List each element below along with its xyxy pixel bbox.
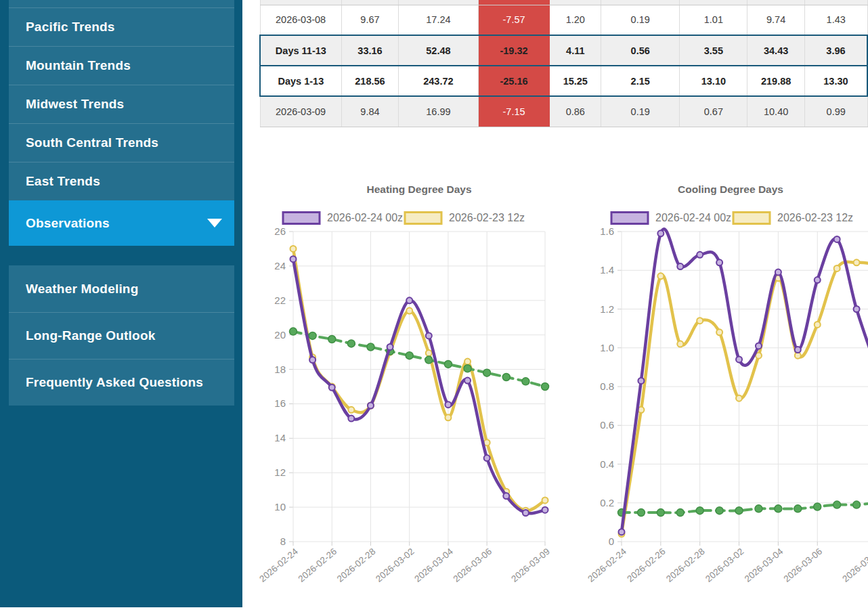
x-axis-tick-label: 2026-03-04 xyxy=(743,546,785,584)
data-point-marker xyxy=(483,369,491,376)
value-cell: 13.10 xyxy=(680,66,747,96)
x-axis-tick-label: 2026-02-28 xyxy=(664,546,707,584)
data-point-marker xyxy=(387,344,393,350)
row-label-cell: Days 11-13 xyxy=(260,35,341,66)
value-cell: 13.30 xyxy=(804,66,867,96)
sidebar-item-label: South Central Trends xyxy=(26,135,158,150)
y-axis-tick-label: 12 xyxy=(274,466,286,478)
data-point-marker xyxy=(815,277,821,283)
data-point-marker xyxy=(755,505,762,513)
data-point-marker xyxy=(368,402,374,408)
table-row xyxy=(260,0,867,5)
row-label-cell: Days 1-13 xyxy=(260,66,341,96)
value-cell: 17.24 xyxy=(399,5,478,35)
y-axis-tick-label: 24 xyxy=(274,260,286,271)
series-2026-02-24-00z[interactable] xyxy=(619,229,868,535)
data-point-marker xyxy=(464,378,471,384)
legend-item[interactable]: 2026-02-23 12z xyxy=(405,212,525,224)
sidebar-item-pacific-trends[interactable]: Pacific Trends xyxy=(9,7,234,46)
series-2026-02-24-00z[interactable] xyxy=(290,256,548,516)
data-point-marker xyxy=(775,269,781,276)
data-point-marker xyxy=(502,374,510,381)
degree-days-table-wrap: 2026-03-089.6717.24-7.571.200.191.019.74… xyxy=(259,0,868,127)
data-point-marker xyxy=(445,401,451,408)
chevron-down-icon xyxy=(207,219,222,227)
sidebar-item-midwest-trends[interactable]: Midwest Trends xyxy=(9,85,234,123)
sidebar: Pacific TrendsMountain TrendsMidwest Tre… xyxy=(0,0,242,607)
x-axis-tick-label: 2026-03-02 xyxy=(703,546,746,584)
chart-canvas[interactable]: Heating Degree Days2026-02-24 00z2026-02… xyxy=(259,179,552,605)
value-cell xyxy=(341,0,399,5)
legend-swatch xyxy=(611,213,648,224)
value-cell xyxy=(680,0,747,5)
y-axis-tick-label: 8 xyxy=(280,536,286,547)
y-axis-tick-label: 0.8 xyxy=(600,380,614,392)
data-point-marker xyxy=(367,343,374,351)
x-axis-tick-label: 2026-03-06 xyxy=(452,546,494,584)
value-cell xyxy=(399,0,478,5)
sidebar-item-label: Frequently Asked Questions xyxy=(26,375,203,390)
sidebar-item-observations[interactable]: Observations xyxy=(9,200,234,246)
data-point-marker xyxy=(697,318,703,324)
data-point-marker xyxy=(736,356,742,362)
data-point-marker xyxy=(775,505,782,513)
value-cell: 0.67 xyxy=(680,96,747,127)
sidebar-item-mountain-trends[interactable]: Mountain Trends xyxy=(9,46,234,85)
x-axis-tick-label: 2026-03-02 xyxy=(374,546,416,584)
anomaly-cell: -25.16 xyxy=(478,66,550,96)
row-label-cell: 2026-03-09 xyxy=(260,96,341,127)
y-axis-tick-label: 22 xyxy=(274,295,286,306)
data-point-marker xyxy=(290,328,297,335)
value-cell xyxy=(601,0,680,5)
data-point-marker xyxy=(716,259,722,265)
sidebar-item-south-central-trends[interactable]: South Central Trends xyxy=(9,123,234,162)
data-point-marker xyxy=(290,256,297,262)
y-axis-tick-label: 18 xyxy=(274,364,286,375)
value-cell: 10.40 xyxy=(747,96,805,127)
cooling-degree-days-chart[interactable]: Cooling Degree Days2026-02-24 00z2026-02… xyxy=(578,179,868,605)
y-axis-tick-label: 0 xyxy=(609,536,614,547)
series-normals-dashed-green[interactable] xyxy=(618,499,868,516)
data-point-marker xyxy=(522,378,529,385)
anomaly-cell: -19.32 xyxy=(478,35,550,66)
chart-canvas[interactable]: Cooling Degree Days2026-02-24 00z2026-02… xyxy=(578,179,868,605)
x-axis-tick-label: 2026-02-26 xyxy=(297,546,339,584)
data-point-marker xyxy=(834,265,840,271)
anomaly-cell: -7.57 xyxy=(478,5,550,35)
value-cell: 34.43 xyxy=(747,35,805,66)
series-2026-02-23-12z[interactable] xyxy=(619,259,868,537)
sidebar-item-label: Midwest Trends xyxy=(26,97,124,112)
heating-degree-days-chart[interactable]: Heating Degree Days2026-02-24 00z2026-02… xyxy=(259,179,552,605)
legend-item[interactable]: 2026-02-24 00z xyxy=(283,212,403,224)
data-point-marker xyxy=(677,263,683,269)
row-label-cell: 2026-03-08 xyxy=(260,5,341,35)
value-cell: 9.67 xyxy=(341,5,399,35)
sidebar-item-weather-modeling[interactable]: Weather Modeling xyxy=(9,265,234,312)
sidebar-item-label: Long-Range Outlook xyxy=(26,328,155,343)
data-point-marker xyxy=(542,383,549,391)
value-cell: 1.20 xyxy=(550,5,601,35)
sidebar-item-east-trends[interactable]: East Trends xyxy=(9,162,234,200)
y-axis-tick-label: 20 xyxy=(274,329,286,341)
legend-item[interactable]: 2026-02-23 12z xyxy=(733,212,853,224)
series-line xyxy=(622,262,868,534)
sidebar-item-partial[interactable] xyxy=(9,0,234,7)
x-axis-tick-label: 2026-02-28 xyxy=(335,546,378,584)
value-cell: 9.84 xyxy=(341,96,399,127)
value-cell: 3.55 xyxy=(680,35,747,66)
x-axis-tick-label: 2026-03-04 xyxy=(412,546,455,584)
legend-item[interactable]: 2026-02-24 00z xyxy=(611,212,731,224)
value-cell: 218.56 xyxy=(341,66,399,96)
sidebar-item-long-range-outlook[interactable]: Long-Range Outlook xyxy=(9,312,234,359)
data-point-marker xyxy=(406,352,413,360)
sidebar-item-frequently-asked-questions[interactable]: Frequently Asked Questions xyxy=(9,359,234,406)
y-axis-tick-label: 26 xyxy=(274,225,286,237)
value-cell xyxy=(550,0,601,5)
legend-label: 2026-02-23 12z xyxy=(777,212,853,223)
value-cell: 33.16 xyxy=(341,35,399,66)
data-point-marker xyxy=(697,252,703,258)
data-point-marker xyxy=(677,341,683,347)
value-cell: 0.86 xyxy=(550,96,601,127)
data-point-marker xyxy=(696,507,703,515)
legend-label: 2026-02-24 00z xyxy=(655,212,731,223)
